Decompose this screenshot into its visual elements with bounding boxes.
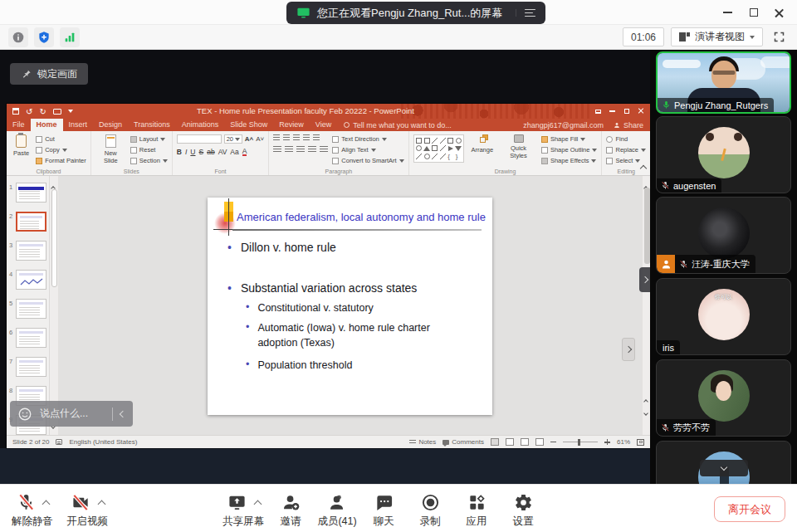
save-icon[interactable] — [12, 108, 19, 115]
view-mode-button[interactable]: 演讲者视图 — [671, 27, 763, 46]
new-slide-button[interactable]: New Slide — [95, 134, 126, 165]
replace-button[interactable]: Replace — [606, 145, 646, 154]
strikethrough-button[interactable]: S — [198, 148, 203, 156]
shape-outline-button[interactable]: Shape Outline — [541, 145, 598, 154]
fit-slide-icon[interactable] — [637, 439, 644, 446]
slide-thumbnail-4[interactable]: 4 — [7, 270, 49, 291]
ppt-restore-button[interactable] — [619, 104, 633, 119]
zoom-in-icon[interactable] — [604, 439, 610, 445]
record-button[interactable]: 录制 — [410, 491, 450, 529]
shape-fill-button[interactable]: Shape Fill — [541, 134, 598, 144]
quick-styles-button[interactable]: Quick Styles — [500, 134, 537, 165]
members-button[interactable]: 成员(41) — [317, 491, 357, 529]
font-size-box[interactable]: 20 — [224, 134, 242, 144]
start-video-button[interactable]: 开启视频 — [66, 491, 108, 529]
participant-tile-augensten[interactable]: augensten — [656, 116, 791, 193]
numbering-icon[interactable] — [283, 134, 290, 141]
tab-insert[interactable]: Insert — [63, 119, 94, 131]
line-spacing-icon[interactable] — [313, 134, 320, 141]
security-shield-icon[interactable] — [34, 27, 54, 47]
scroll-participants-button[interactable] — [700, 460, 748, 476]
shape-effects-button[interactable]: Shape Effects — [541, 156, 598, 165]
slide-sorter-view-icon[interactable] — [506, 438, 514, 446]
account-email[interactable]: zhangpj617@gmail.com — [523, 121, 604, 129]
font-name-box[interactable] — [177, 134, 222, 144]
invite-button[interactable]: 邀请 — [271, 491, 310, 529]
share-options-caret[interactable] — [253, 500, 262, 508]
participant-tile-iris[interactable]: 你可以 iris — [656, 278, 791, 355]
justify-icon[interactable] — [308, 146, 316, 153]
slide-number-indicator[interactable]: Slide 2 of 20 — [12, 438, 49, 446]
paste-button[interactable]: Paste — [11, 134, 32, 165]
zoom-out-icon[interactable] — [550, 442, 556, 443]
meeting-info-icon[interactable] — [8, 27, 28, 47]
share-screen-button[interactable]: 共享屏幕 — [222, 491, 264, 529]
cut-button[interactable]: Cut — [36, 134, 86, 144]
language-indicator[interactable]: English (United States) — [69, 438, 137, 446]
slide-thumbnail-5[interactable]: 5 — [7, 299, 49, 320]
unmute-button[interactable]: 解除静音 — [12, 491, 53, 529]
slide-canvas[interactable]: American federalism, local autonomy and … — [208, 198, 492, 415]
font-color-button[interactable]: A — [242, 148, 247, 157]
ppt-close-button[interactable] — [633, 104, 648, 119]
close-button[interactable] — [766, 0, 792, 25]
video-options-caret[interactable] — [97, 500, 105, 508]
ppt-pane-expand-chevron[interactable] — [622, 338, 635, 361]
banner-menu-icon[interactable] — [516, 9, 535, 17]
bold-button[interactable]: B — [177, 148, 182, 156]
tab-home[interactable]: Home — [31, 119, 63, 131]
align-right-icon[interactable] — [296, 146, 305, 153]
sidebar-collapse-chevron[interactable] — [639, 267, 650, 292]
settings-button[interactable]: 设置 — [503, 491, 543, 529]
slide-thumbnail-6[interactable]: 6 — [7, 328, 49, 349]
thumbnail-scrollbar[interactable] — [50, 176, 59, 435]
italic-button[interactable]: I — [185, 148, 187, 156]
tab-transitions[interactable]: Transitions — [128, 119, 176, 131]
comments-button[interactable]: Comments — [443, 438, 484, 446]
underline-button[interactable]: U — [190, 148, 195, 156]
text-shadow-button[interactable]: ab — [207, 148, 214, 156]
apps-button[interactable]: 应用 — [457, 491, 496, 529]
indent-increase-icon[interactable] — [303, 134, 310, 141]
reading-view-icon[interactable] — [521, 438, 529, 446]
slide-scrollbar[interactable] — [642, 176, 650, 435]
shrink-font-button[interactable]: A˅ — [256, 135, 264, 143]
share-button[interactable]: Share — [614, 121, 643, 129]
undo-icon[interactable]: ↺ — [26, 107, 32, 116]
ppt-ribbon-options-button[interactable] — [591, 104, 605, 119]
ppt-minimize-button[interactable] — [605, 104, 619, 119]
pin-view-button[interactable]: 锁定画面 — [10, 63, 88, 85]
format-painter-button[interactable]: Format Painter — [36, 156, 86, 165]
zoom-slider[interactable] — [563, 442, 598, 443]
slide-thumbnail-1[interactable]: 1 — [7, 183, 49, 204]
network-signal-icon[interactable] — [60, 27, 80, 47]
arrange-button[interactable]: Arrange — [468, 134, 496, 165]
text-direction-button[interactable]: Text Direction — [332, 134, 403, 144]
participant-tile-pengju[interactable]: Pengju Zhang_Rutgers — [656, 51, 791, 114]
align-left-icon[interactable] — [273, 146, 281, 153]
mic-options-caret[interactable] — [42, 500, 50, 508]
align-center-icon[interactable] — [285, 146, 293, 153]
find-button[interactable]: Find — [606, 134, 646, 144]
qat-customize-icon[interactable] — [68, 110, 73, 113]
participant-tile-wangtao[interactable]: 汪涛-重庆大学 — [656, 197, 791, 274]
indent-decrease-icon[interactable] — [293, 134, 300, 141]
grow-font-button[interactable]: A˄ — [245, 135, 253, 143]
minimize-button[interactable] — [715, 0, 741, 25]
chat-input-placeholder[interactable]: 说点什么... — [40, 407, 88, 421]
shapes-gallery[interactable]: {} — [413, 134, 465, 163]
reset-button[interactable]: Reset — [130, 145, 168, 154]
next-slide-button[interactable] — [644, 403, 648, 418]
columns-icon[interactable] — [320, 146, 328, 153]
notes-button[interactable]: Notes — [409, 438, 436, 446]
section-button[interactable]: Section — [130, 156, 168, 165]
select-button[interactable]: Select — [606, 156, 646, 165]
participant-tile-laolao[interactable]: 劳劳不劳 — [656, 359, 791, 437]
maximize-button[interactable] — [741, 0, 766, 25]
participant-tile-partial[interactable] — [656, 441, 791, 484]
slide-thumbnail-3[interactable]: 3 — [7, 241, 49, 262]
change-case-button[interactable]: Aa — [230, 148, 238, 156]
collapse-chat-icon[interactable] — [120, 410, 126, 417]
tab-view[interactable]: View — [310, 119, 337, 131]
tab-design[interactable]: Design — [93, 119, 128, 131]
